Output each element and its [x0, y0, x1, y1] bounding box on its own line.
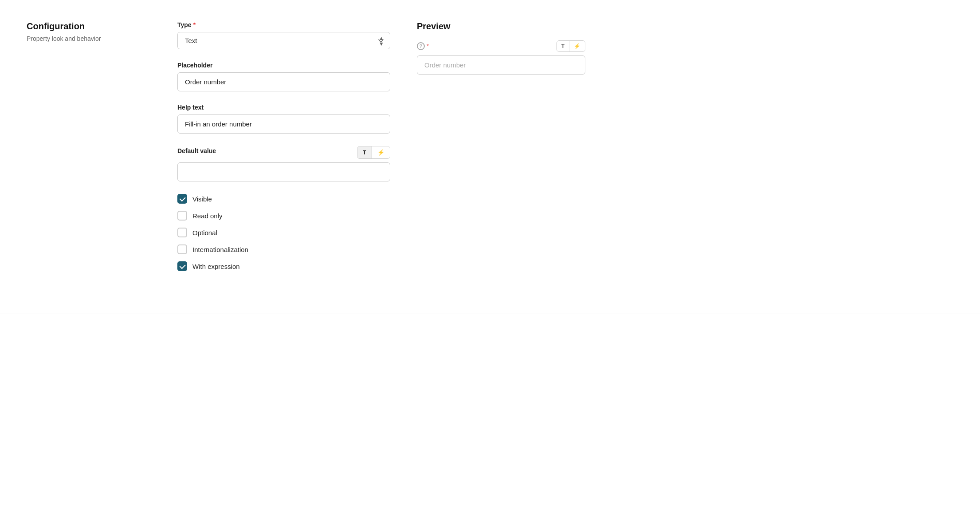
defaultvalue-label: Default value [177, 147, 216, 154]
checkbox-group: Visible Read only Optional International… [177, 194, 390, 271]
placeholder-label: Placeholder [177, 62, 390, 69]
checkbox-visible-label: Visible [192, 195, 212, 203]
config-subtitle: Property look and behavior [27, 35, 151, 42]
type-select[interactable]: Text Number Date Boolean Select [177, 32, 390, 49]
defaultvalue-toggle-group: T ⚡ [357, 146, 390, 159]
preview-toggle-expression-button[interactable]: ⚡ [569, 41, 585, 51]
checkbox-expression[interactable]: With expression [177, 261, 390, 271]
bottom-divider [0, 314, 980, 314]
type-field-group: Type * Text Number Date Boolean Select ▲… [177, 21, 390, 49]
checkbox-readonly-box [177, 211, 187, 221]
checkbox-i18n[interactable]: Internationalization [177, 244, 390, 254]
helptext-input[interactable] [177, 114, 390, 134]
defaultvalue-field-group: Default value T ⚡ [177, 146, 390, 181]
preview-required-star: * [427, 43, 429, 50]
checkbox-visible[interactable]: Visible [177, 194, 390, 204]
type-select-wrapper: Text Number Date Boolean Select ▲ ▼ [177, 32, 390, 49]
toggle-text-button[interactable]: T [357, 146, 372, 158]
defaultvalue-label-row: Default value T ⚡ [177, 146, 390, 159]
defaultvalue-input[interactable] [177, 162, 390, 181]
checkbox-optional[interactable]: Optional [177, 228, 390, 237]
preview-field-header: ? * T ⚡ [417, 40, 585, 52]
left-panel: Configuration Property look and behavior [27, 21, 151, 271]
checkbox-expression-box [177, 261, 187, 271]
preview-toggle-text-button[interactable]: T [557, 41, 569, 51]
checkbox-readonly[interactable]: Read only [177, 211, 390, 221]
placeholder-field-group: Placeholder [177, 62, 390, 91]
help-icon: ? [417, 42, 425, 50]
checkbox-expression-label: With expression [192, 263, 240, 270]
checkbox-optional-label: Optional [192, 229, 217, 236]
preview-panel: Preview ? * T ⚡ Order number [417, 21, 585, 271]
checkbox-visible-box [177, 194, 187, 204]
checkbox-i18n-box [177, 244, 187, 254]
checkbox-readonly-label: Read only [192, 212, 223, 220]
placeholder-input[interactable] [177, 72, 390, 91]
helptext-field-group: Help text [177, 104, 390, 134]
preview-toggle-group: T ⚡ [557, 40, 585, 52]
toggle-expression-button[interactable]: ⚡ [372, 146, 390, 158]
preview-input-display: Order number [417, 55, 585, 75]
type-label: Type * [177, 21, 390, 28]
checkbox-optional-box [177, 228, 187, 237]
type-required-star: * [193, 21, 196, 28]
config-title: Configuration [27, 21, 151, 32]
preview-title: Preview [417, 21, 585, 32]
helptext-label: Help text [177, 104, 390, 111]
checkbox-i18n-label: Internationalization [192, 246, 248, 253]
preview-icons-left: ? * [417, 42, 429, 50]
main-panel: Type * Text Number Date Boolean Select ▲… [177, 21, 390, 271]
